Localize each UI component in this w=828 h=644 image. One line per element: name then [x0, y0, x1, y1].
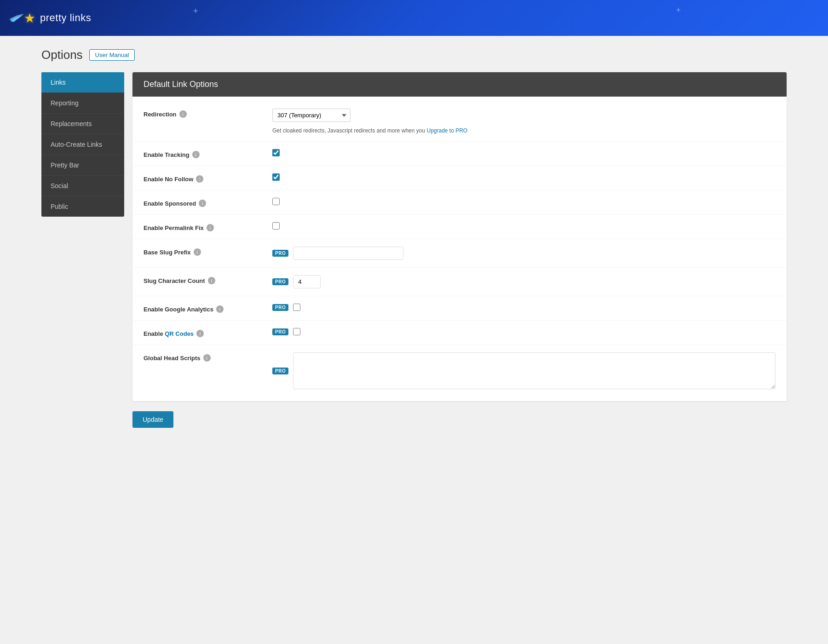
slug-character-count-pro-badge: PRO: [272, 278, 288, 285]
field-enable-no-follow: Enable No Follow i: [132, 166, 787, 190]
enable-google-analytics-label: Enable Google Analytics: [144, 306, 213, 313]
slug-character-count-input[interactable]: [293, 275, 321, 288]
base-slug-prefix-pro-badge: PRO: [272, 250, 288, 257]
enable-no-follow-control-col: [272, 173, 776, 181]
enable-sponsored-label: Enable Sponsored: [144, 200, 196, 207]
enable-qr-codes-label: Enable QR Codes: [144, 330, 194, 337]
app-logo: ★ pretty links: [9, 11, 91, 26]
global-head-scripts-control-col: PRO: [272, 352, 776, 389]
enable-sponsored-label-col: Enable Sponsored i: [144, 198, 272, 207]
redirection-helper-text: Get cloaked redirects, Javascript redire…: [272, 127, 467, 134]
enable-google-analytics-checkbox[interactable]: [293, 304, 300, 311]
field-redirection: Redirection i 307 (Temporary) 301 (Perma…: [132, 101, 787, 142]
redirection-control-col: 307 (Temporary) 301 (Permanent) 302 (Tem…: [272, 109, 776, 134]
enable-tracking-label-col: Enable Tracking i: [144, 149, 272, 158]
enable-permalink-fix-info-icon[interactable]: i: [207, 224, 214, 231]
redirection-select[interactable]: 307 (Temporary) 301 (Permanent) 302 (Tem…: [272, 109, 351, 122]
upgrade-link[interactable]: Upgrade to PRO: [426, 127, 467, 134]
base-slug-prefix-label: Base Slug Prefix: [144, 249, 191, 256]
enable-qr-codes-checkbox[interactable]: [293, 328, 300, 335]
enable-qr-codes-label-col: Enable QR Codes i: [144, 328, 272, 337]
decoration-plus-1: +: [193, 6, 198, 16]
global-head-scripts-label: Global Head Scripts: [144, 355, 201, 362]
base-slug-prefix-control-col: PRO: [272, 247, 776, 260]
global-head-scripts-label-col: Global Head Scripts i: [144, 352, 272, 362]
logo-icon: ★: [9, 11, 35, 26]
sidebar-item-auto-create-links[interactable]: Auto-Create Links: [41, 134, 124, 155]
enable-google-analytics-label-col: Enable Google Analytics i: [144, 304, 272, 313]
enable-no-follow-checkbox[interactable]: [272, 173, 280, 181]
slug-character-count-label: Slug Character Count: [144, 277, 205, 284]
base-slug-prefix-info-icon[interactable]: i: [194, 248, 201, 256]
enable-sponsored-control-col: [272, 198, 776, 205]
enable-permalink-fix-label-col: Enable Permalink Fix i: [144, 222, 272, 231]
base-slug-prefix-input[interactable]: [293, 247, 403, 260]
section-title: Default Link Options: [132, 72, 787, 97]
content-card: Default Link Options Redirection i 307 (…: [132, 72, 787, 401]
user-manual-button[interactable]: User Manual: [89, 49, 135, 61]
field-enable-qr-codes: Enable QR Codes i PRO: [132, 321, 787, 345]
field-base-slug-prefix: Base Slug Prefix i PRO: [132, 239, 787, 268]
enable-permalink-fix-control-col: [272, 222, 776, 230]
decoration-plus-2: +: [676, 6, 681, 15]
field-enable-tracking: Enable Tracking i: [132, 142, 787, 166]
enable-google-analytics-control-col: PRO: [272, 304, 776, 311]
content-area: Default Link Options Redirection i 307 (…: [132, 72, 787, 428]
logo-wing-icon: [9, 13, 26, 23]
update-button[interactable]: Update: [132, 411, 173, 428]
page-header: Options User Manual: [41, 45, 787, 62]
enable-no-follow-info-icon[interactable]: i: [196, 175, 203, 183]
redirection-label-col: Redirection i: [144, 109, 272, 118]
enable-permalink-fix-label: Enable Permalink Fix: [144, 224, 204, 231]
page-title: Options: [41, 48, 83, 62]
enable-google-analytics-pro-badge: PRO: [272, 304, 288, 311]
redirection-label: Redirection: [144, 111, 177, 118]
enable-google-analytics-info-icon[interactable]: i: [216, 305, 224, 313]
sidebar-item-replacements[interactable]: Replacements: [41, 114, 124, 134]
field-enable-permalink-fix: Enable Permalink Fix i: [132, 215, 787, 239]
field-global-head-scripts: Global Head Scripts i PRO: [132, 345, 787, 397]
field-enable-google-analytics: Enable Google Analytics i PRO: [132, 296, 787, 321]
field-slug-character-count: Slug Character Count i PRO: [132, 268, 787, 296]
redirection-info-icon[interactable]: i: [179, 110, 187, 118]
enable-tracking-control-col: [272, 149, 776, 156]
sidebar-item-pretty-bar[interactable]: Pretty Bar: [41, 155, 124, 176]
sidebar-item-reporting[interactable]: Reporting: [41, 93, 124, 114]
page-container: Options User Manual Links Reporting Repl…: [0, 36, 828, 644]
enable-qr-codes-pro-badge: PRO: [272, 328, 288, 335]
enable-tracking-label: Enable Tracking: [144, 151, 190, 158]
content-body: Redirection i 307 (Temporary) 301 (Perma…: [132, 97, 787, 401]
enable-permalink-fix-checkbox[interactable]: [272, 222, 280, 230]
slug-character-count-label-col: Slug Character Count i: [144, 275, 272, 284]
enable-tracking-checkbox[interactable]: [272, 149, 280, 156]
enable-qr-codes-control-col: PRO: [272, 328, 776, 335]
qr-codes-link[interactable]: QR Codes: [165, 330, 194, 337]
sidebar: Links Reporting Replacements Auto-Create…: [41, 72, 124, 217]
logo-star-icon: ★: [24, 11, 35, 26]
sidebar-item-links[interactable]: Links: [41, 72, 124, 93]
sidebar-item-public[interactable]: Public: [41, 196, 124, 217]
enable-no-follow-label: Enable No Follow: [144, 176, 193, 183]
slug-character-count-info-icon[interactable]: i: [208, 277, 215, 284]
app-header: + + ★ pretty links: [0, 0, 828, 36]
enable-no-follow-label-col: Enable No Follow i: [144, 173, 272, 183]
global-head-scripts-info-icon[interactable]: i: [203, 354, 211, 362]
enable-qr-codes-info-icon[interactable]: i: [196, 330, 204, 337]
sidebar-item-social[interactable]: Social: [41, 176, 124, 196]
main-layout: Links Reporting Replacements Auto-Create…: [41, 72, 787, 428]
global-head-scripts-textarea[interactable]: [293, 352, 776, 389]
global-head-scripts-pro-badge: PRO: [272, 368, 288, 374]
slug-character-count-control-col: PRO: [272, 275, 776, 288]
enable-sponsored-info-icon[interactable]: i: [199, 200, 206, 207]
enable-tracking-info-icon[interactable]: i: [192, 151, 200, 158]
enable-sponsored-checkbox[interactable]: [272, 198, 280, 205]
logo-text: pretty links: [40, 12, 91, 24]
base-slug-prefix-label-col: Base Slug Prefix i: [144, 247, 272, 256]
field-enable-sponsored: Enable Sponsored i: [132, 190, 787, 215]
